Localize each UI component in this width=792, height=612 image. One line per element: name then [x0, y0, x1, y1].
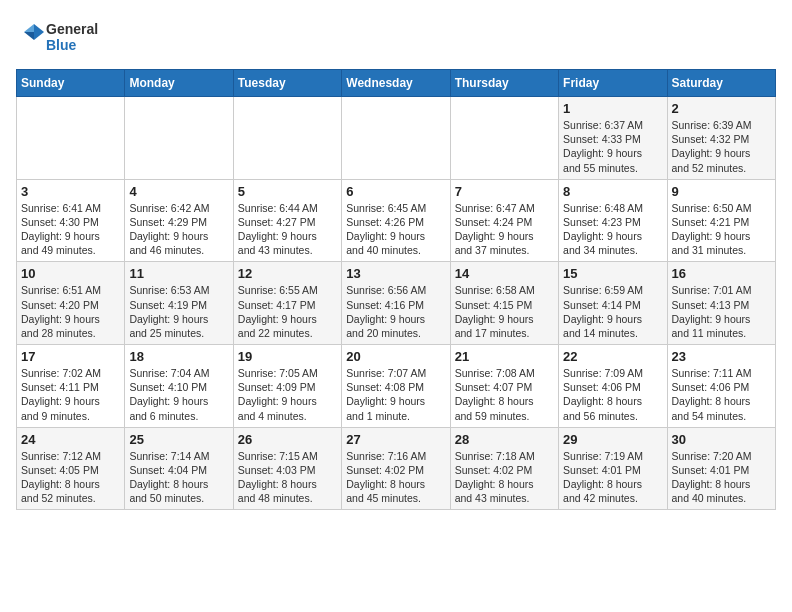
calendar-cell: 19Sunrise: 7:05 AM Sunset: 4:09 PM Dayli…	[233, 345, 341, 428]
calendar-cell: 10Sunrise: 6:51 AM Sunset: 4:20 PM Dayli…	[17, 262, 125, 345]
calendar-cell: 13Sunrise: 6:56 AM Sunset: 4:16 PM Dayli…	[342, 262, 450, 345]
calendar-week-row: 3Sunrise: 6:41 AM Sunset: 4:30 PM Daylig…	[17, 179, 776, 262]
day-number: 4	[129, 184, 228, 199]
day-of-week-header: Friday	[559, 70, 667, 97]
logo-icon: General Blue	[16, 16, 106, 61]
day-info: Sunrise: 7:07 AM Sunset: 4:08 PM Dayligh…	[346, 366, 445, 423]
day-info: Sunrise: 6:51 AM Sunset: 4:20 PM Dayligh…	[21, 283, 120, 340]
calendar-cell: 2Sunrise: 6:39 AM Sunset: 4:32 PM Daylig…	[667, 97, 775, 180]
day-number: 17	[21, 349, 120, 364]
day-number: 26	[238, 432, 337, 447]
day-info: Sunrise: 6:48 AM Sunset: 4:23 PM Dayligh…	[563, 201, 662, 258]
day-of-week-header: Wednesday	[342, 70, 450, 97]
day-number: 20	[346, 349, 445, 364]
day-info: Sunrise: 7:05 AM Sunset: 4:09 PM Dayligh…	[238, 366, 337, 423]
svg-marker-4	[24, 32, 34, 40]
day-info: Sunrise: 7:14 AM Sunset: 4:04 PM Dayligh…	[129, 449, 228, 506]
day-number: 19	[238, 349, 337, 364]
day-info: Sunrise: 7:19 AM Sunset: 4:01 PM Dayligh…	[563, 449, 662, 506]
calendar-cell: 21Sunrise: 7:08 AM Sunset: 4:07 PM Dayli…	[450, 345, 558, 428]
day-number: 14	[455, 266, 554, 281]
day-info: Sunrise: 7:02 AM Sunset: 4:11 PM Dayligh…	[21, 366, 120, 423]
day-info: Sunrise: 7:01 AM Sunset: 4:13 PM Dayligh…	[672, 283, 771, 340]
calendar-cell: 12Sunrise: 6:55 AM Sunset: 4:17 PM Dayli…	[233, 262, 341, 345]
calendar-cell: 23Sunrise: 7:11 AM Sunset: 4:06 PM Dayli…	[667, 345, 775, 428]
day-number: 9	[672, 184, 771, 199]
day-info: Sunrise: 6:55 AM Sunset: 4:17 PM Dayligh…	[238, 283, 337, 340]
day-info: Sunrise: 6:37 AM Sunset: 4:33 PM Dayligh…	[563, 118, 662, 175]
calendar-cell	[450, 97, 558, 180]
calendar-week-row: 10Sunrise: 6:51 AM Sunset: 4:20 PM Dayli…	[17, 262, 776, 345]
day-info: Sunrise: 6:59 AM Sunset: 4:14 PM Dayligh…	[563, 283, 662, 340]
day-number: 30	[672, 432, 771, 447]
day-number: 12	[238, 266, 337, 281]
day-number: 11	[129, 266, 228, 281]
day-info: Sunrise: 7:16 AM Sunset: 4:02 PM Dayligh…	[346, 449, 445, 506]
calendar-cell: 20Sunrise: 7:07 AM Sunset: 4:08 PM Dayli…	[342, 345, 450, 428]
day-number: 25	[129, 432, 228, 447]
calendar-cell	[125, 97, 233, 180]
logo: General Blue	[16, 16, 106, 61]
calendar-cell: 16Sunrise: 7:01 AM Sunset: 4:13 PM Dayli…	[667, 262, 775, 345]
day-of-week-header: Monday	[125, 70, 233, 97]
day-number: 15	[563, 266, 662, 281]
day-info: Sunrise: 7:18 AM Sunset: 4:02 PM Dayligh…	[455, 449, 554, 506]
day-of-week-header: Saturday	[667, 70, 775, 97]
day-number: 27	[346, 432, 445, 447]
calendar-cell: 1Sunrise: 6:37 AM Sunset: 4:33 PM Daylig…	[559, 97, 667, 180]
calendar-cell: 9Sunrise: 6:50 AM Sunset: 4:21 PM Daylig…	[667, 179, 775, 262]
header: General Blue	[16, 16, 776, 61]
day-info: Sunrise: 6:47 AM Sunset: 4:24 PM Dayligh…	[455, 201, 554, 258]
svg-text:General: General	[46, 21, 98, 37]
calendar-cell: 14Sunrise: 6:58 AM Sunset: 4:15 PM Dayli…	[450, 262, 558, 345]
day-number: 13	[346, 266, 445, 281]
calendar-cell: 28Sunrise: 7:18 AM Sunset: 4:02 PM Dayli…	[450, 427, 558, 510]
day-number: 28	[455, 432, 554, 447]
calendar-cell: 25Sunrise: 7:14 AM Sunset: 4:04 PM Dayli…	[125, 427, 233, 510]
calendar-cell: 18Sunrise: 7:04 AM Sunset: 4:10 PM Dayli…	[125, 345, 233, 428]
svg-marker-2	[34, 24, 44, 32]
day-number: 1	[563, 101, 662, 116]
day-info: Sunrise: 6:44 AM Sunset: 4:27 PM Dayligh…	[238, 201, 337, 258]
day-number: 21	[455, 349, 554, 364]
day-number: 8	[563, 184, 662, 199]
calendar-cell: 6Sunrise: 6:45 AM Sunset: 4:26 PM Daylig…	[342, 179, 450, 262]
day-info: Sunrise: 7:08 AM Sunset: 4:07 PM Dayligh…	[455, 366, 554, 423]
calendar-cell: 11Sunrise: 6:53 AM Sunset: 4:19 PM Dayli…	[125, 262, 233, 345]
day-number: 16	[672, 266, 771, 281]
calendar-cell: 4Sunrise: 6:42 AM Sunset: 4:29 PM Daylig…	[125, 179, 233, 262]
day-number: 5	[238, 184, 337, 199]
day-number: 23	[672, 349, 771, 364]
svg-marker-5	[34, 32, 44, 40]
calendar-cell: 27Sunrise: 7:16 AM Sunset: 4:02 PM Dayli…	[342, 427, 450, 510]
day-info: Sunrise: 7:09 AM Sunset: 4:06 PM Dayligh…	[563, 366, 662, 423]
day-of-week-header: Thursday	[450, 70, 558, 97]
day-number: 7	[455, 184, 554, 199]
day-number: 29	[563, 432, 662, 447]
calendar-cell: 3Sunrise: 6:41 AM Sunset: 4:30 PM Daylig…	[17, 179, 125, 262]
day-of-week-header: Sunday	[17, 70, 125, 97]
calendar-cell	[233, 97, 341, 180]
day-info: Sunrise: 7:20 AM Sunset: 4:01 PM Dayligh…	[672, 449, 771, 506]
day-info: Sunrise: 6:39 AM Sunset: 4:32 PM Dayligh…	[672, 118, 771, 175]
calendar-cell: 26Sunrise: 7:15 AM Sunset: 4:03 PM Dayli…	[233, 427, 341, 510]
header-row: SundayMondayTuesdayWednesdayThursdayFrid…	[17, 70, 776, 97]
calendar-cell: 17Sunrise: 7:02 AM Sunset: 4:11 PM Dayli…	[17, 345, 125, 428]
day-info: Sunrise: 6:45 AM Sunset: 4:26 PM Dayligh…	[346, 201, 445, 258]
day-info: Sunrise: 6:58 AM Sunset: 4:15 PM Dayligh…	[455, 283, 554, 340]
calendar-header: SundayMondayTuesdayWednesdayThursdayFrid…	[17, 70, 776, 97]
calendar-week-row: 24Sunrise: 7:12 AM Sunset: 4:05 PM Dayli…	[17, 427, 776, 510]
calendar-cell: 29Sunrise: 7:19 AM Sunset: 4:01 PM Dayli…	[559, 427, 667, 510]
calendar-cell	[342, 97, 450, 180]
calendar-cell: 22Sunrise: 7:09 AM Sunset: 4:06 PM Dayli…	[559, 345, 667, 428]
calendar-week-row: 1Sunrise: 6:37 AM Sunset: 4:33 PM Daylig…	[17, 97, 776, 180]
day-info: Sunrise: 7:12 AM Sunset: 4:05 PM Dayligh…	[21, 449, 120, 506]
day-info: Sunrise: 6:53 AM Sunset: 4:19 PM Dayligh…	[129, 283, 228, 340]
day-of-week-header: Tuesday	[233, 70, 341, 97]
calendar-cell: 15Sunrise: 6:59 AM Sunset: 4:14 PM Dayli…	[559, 262, 667, 345]
svg-marker-3	[24, 24, 34, 32]
calendar-table: SundayMondayTuesdayWednesdayThursdayFrid…	[16, 69, 776, 510]
calendar-cell: 30Sunrise: 7:20 AM Sunset: 4:01 PM Dayli…	[667, 427, 775, 510]
day-number: 6	[346, 184, 445, 199]
day-number: 2	[672, 101, 771, 116]
